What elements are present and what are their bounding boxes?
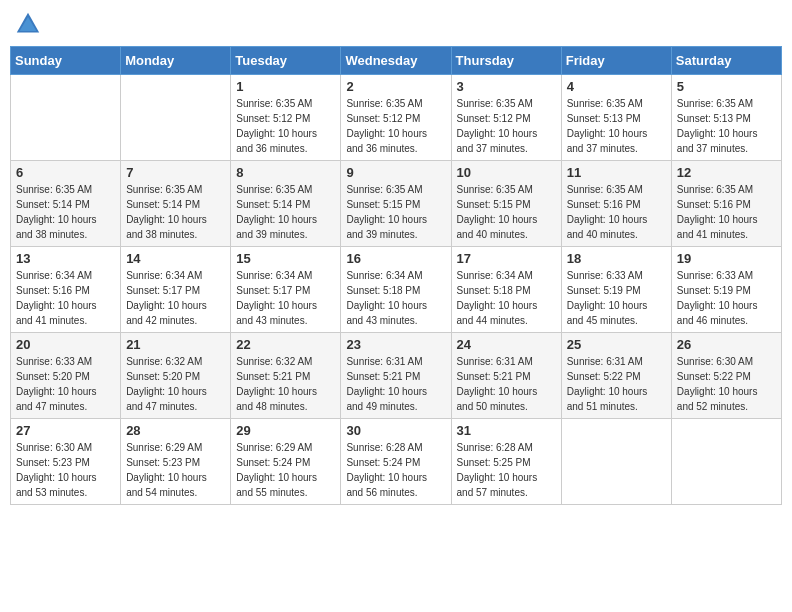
calendar-cell: 12Sunrise: 6:35 AMSunset: 5:16 PMDayligh…	[671, 161, 781, 247]
calendar-cell: 1Sunrise: 6:35 AMSunset: 5:12 PMDaylight…	[231, 75, 341, 161]
day-number: 22	[236, 337, 335, 352]
day-info: Sunrise: 6:35 AMSunset: 5:13 PMDaylight:…	[677, 96, 776, 156]
calendar-cell	[561, 419, 671, 505]
day-info: Sunrise: 6:35 AMSunset: 5:16 PMDaylight:…	[567, 182, 666, 242]
day-info: Sunrise: 6:31 AMSunset: 5:21 PMDaylight:…	[346, 354, 445, 414]
calendar-cell: 22Sunrise: 6:32 AMSunset: 5:21 PMDayligh…	[231, 333, 341, 419]
day-number: 20	[16, 337, 115, 352]
calendar-cell	[11, 75, 121, 161]
day-info: Sunrise: 6:34 AMSunset: 5:18 PMDaylight:…	[346, 268, 445, 328]
calendar-table: SundayMondayTuesdayWednesdayThursdayFrid…	[10, 46, 782, 505]
calendar-cell: 15Sunrise: 6:34 AMSunset: 5:17 PMDayligh…	[231, 247, 341, 333]
day-number: 23	[346, 337, 445, 352]
day-number: 1	[236, 79, 335, 94]
calendar-week-row: 13Sunrise: 6:34 AMSunset: 5:16 PMDayligh…	[11, 247, 782, 333]
calendar-cell: 29Sunrise: 6:29 AMSunset: 5:24 PMDayligh…	[231, 419, 341, 505]
day-info: Sunrise: 6:35 AMSunset: 5:14 PMDaylight:…	[16, 182, 115, 242]
day-info: Sunrise: 6:30 AMSunset: 5:23 PMDaylight:…	[16, 440, 115, 500]
calendar-header-row: SundayMondayTuesdayWednesdayThursdayFrid…	[11, 47, 782, 75]
day-number: 17	[457, 251, 556, 266]
day-info: Sunrise: 6:31 AMSunset: 5:21 PMDaylight:…	[457, 354, 556, 414]
day-info: Sunrise: 6:34 AMSunset: 5:18 PMDaylight:…	[457, 268, 556, 328]
calendar-cell: 26Sunrise: 6:30 AMSunset: 5:22 PMDayligh…	[671, 333, 781, 419]
calendar-cell	[121, 75, 231, 161]
calendar-cell: 28Sunrise: 6:29 AMSunset: 5:23 PMDayligh…	[121, 419, 231, 505]
day-info: Sunrise: 6:33 AMSunset: 5:20 PMDaylight:…	[16, 354, 115, 414]
day-info: Sunrise: 6:35 AMSunset: 5:15 PMDaylight:…	[346, 182, 445, 242]
calendar-cell: 14Sunrise: 6:34 AMSunset: 5:17 PMDayligh…	[121, 247, 231, 333]
calendar-week-row: 6Sunrise: 6:35 AMSunset: 5:14 PMDaylight…	[11, 161, 782, 247]
calendar-cell: 5Sunrise: 6:35 AMSunset: 5:13 PMDaylight…	[671, 75, 781, 161]
day-info: Sunrise: 6:35 AMSunset: 5:16 PMDaylight:…	[677, 182, 776, 242]
weekday-header: Tuesday	[231, 47, 341, 75]
day-number: 11	[567, 165, 666, 180]
calendar-week-row: 27Sunrise: 6:30 AMSunset: 5:23 PMDayligh…	[11, 419, 782, 505]
day-number: 28	[126, 423, 225, 438]
weekday-header: Sunday	[11, 47, 121, 75]
day-info: Sunrise: 6:28 AMSunset: 5:25 PMDaylight:…	[457, 440, 556, 500]
weekday-header: Monday	[121, 47, 231, 75]
day-info: Sunrise: 6:33 AMSunset: 5:19 PMDaylight:…	[677, 268, 776, 328]
weekday-header: Wednesday	[341, 47, 451, 75]
day-number: 25	[567, 337, 666, 352]
day-number: 10	[457, 165, 556, 180]
day-info: Sunrise: 6:28 AMSunset: 5:24 PMDaylight:…	[346, 440, 445, 500]
day-number: 2	[346, 79, 445, 94]
calendar-cell: 31Sunrise: 6:28 AMSunset: 5:25 PMDayligh…	[451, 419, 561, 505]
calendar-cell: 24Sunrise: 6:31 AMSunset: 5:21 PMDayligh…	[451, 333, 561, 419]
day-info: Sunrise: 6:34 AMSunset: 5:16 PMDaylight:…	[16, 268, 115, 328]
day-number: 12	[677, 165, 776, 180]
day-info: Sunrise: 6:35 AMSunset: 5:14 PMDaylight:…	[126, 182, 225, 242]
day-number: 16	[346, 251, 445, 266]
day-info: Sunrise: 6:29 AMSunset: 5:24 PMDaylight:…	[236, 440, 335, 500]
day-number: 24	[457, 337, 556, 352]
calendar-cell: 25Sunrise: 6:31 AMSunset: 5:22 PMDayligh…	[561, 333, 671, 419]
day-number: 13	[16, 251, 115, 266]
calendar-week-row: 1Sunrise: 6:35 AMSunset: 5:12 PMDaylight…	[11, 75, 782, 161]
calendar-cell: 16Sunrise: 6:34 AMSunset: 5:18 PMDayligh…	[341, 247, 451, 333]
day-info: Sunrise: 6:35 AMSunset: 5:12 PMDaylight:…	[236, 96, 335, 156]
calendar-cell: 13Sunrise: 6:34 AMSunset: 5:16 PMDayligh…	[11, 247, 121, 333]
calendar-cell: 6Sunrise: 6:35 AMSunset: 5:14 PMDaylight…	[11, 161, 121, 247]
day-number: 5	[677, 79, 776, 94]
day-info: Sunrise: 6:34 AMSunset: 5:17 PMDaylight:…	[126, 268, 225, 328]
day-number: 29	[236, 423, 335, 438]
calendar-week-row: 20Sunrise: 6:33 AMSunset: 5:20 PMDayligh…	[11, 333, 782, 419]
calendar-cell: 20Sunrise: 6:33 AMSunset: 5:20 PMDayligh…	[11, 333, 121, 419]
calendar-cell: 11Sunrise: 6:35 AMSunset: 5:16 PMDayligh…	[561, 161, 671, 247]
day-info: Sunrise: 6:35 AMSunset: 5:13 PMDaylight:…	[567, 96, 666, 156]
day-number: 8	[236, 165, 335, 180]
day-info: Sunrise: 6:35 AMSunset: 5:15 PMDaylight:…	[457, 182, 556, 242]
page-header	[10, 10, 782, 38]
calendar-cell: 3Sunrise: 6:35 AMSunset: 5:12 PMDaylight…	[451, 75, 561, 161]
calendar-cell: 10Sunrise: 6:35 AMSunset: 5:15 PMDayligh…	[451, 161, 561, 247]
logo-icon	[14, 10, 42, 38]
day-info: Sunrise: 6:35 AMSunset: 5:12 PMDaylight:…	[457, 96, 556, 156]
day-number: 26	[677, 337, 776, 352]
calendar-cell: 18Sunrise: 6:33 AMSunset: 5:19 PMDayligh…	[561, 247, 671, 333]
day-number: 27	[16, 423, 115, 438]
day-number: 31	[457, 423, 556, 438]
calendar-cell	[671, 419, 781, 505]
day-info: Sunrise: 6:31 AMSunset: 5:22 PMDaylight:…	[567, 354, 666, 414]
day-info: Sunrise: 6:32 AMSunset: 5:21 PMDaylight:…	[236, 354, 335, 414]
day-number: 9	[346, 165, 445, 180]
calendar-cell: 23Sunrise: 6:31 AMSunset: 5:21 PMDayligh…	[341, 333, 451, 419]
calendar-cell: 7Sunrise: 6:35 AMSunset: 5:14 PMDaylight…	[121, 161, 231, 247]
calendar-cell: 4Sunrise: 6:35 AMSunset: 5:13 PMDaylight…	[561, 75, 671, 161]
calendar-cell: 19Sunrise: 6:33 AMSunset: 5:19 PMDayligh…	[671, 247, 781, 333]
calendar-cell: 2Sunrise: 6:35 AMSunset: 5:12 PMDaylight…	[341, 75, 451, 161]
weekday-header: Friday	[561, 47, 671, 75]
day-number: 15	[236, 251, 335, 266]
day-number: 30	[346, 423, 445, 438]
calendar-cell: 9Sunrise: 6:35 AMSunset: 5:15 PMDaylight…	[341, 161, 451, 247]
calendar-cell: 17Sunrise: 6:34 AMSunset: 5:18 PMDayligh…	[451, 247, 561, 333]
calendar-cell: 27Sunrise: 6:30 AMSunset: 5:23 PMDayligh…	[11, 419, 121, 505]
day-info: Sunrise: 6:35 AMSunset: 5:14 PMDaylight:…	[236, 182, 335, 242]
weekday-header: Saturday	[671, 47, 781, 75]
day-number: 18	[567, 251, 666, 266]
day-info: Sunrise: 6:32 AMSunset: 5:20 PMDaylight:…	[126, 354, 225, 414]
day-info: Sunrise: 6:33 AMSunset: 5:19 PMDaylight:…	[567, 268, 666, 328]
weekday-header: Thursday	[451, 47, 561, 75]
day-number: 4	[567, 79, 666, 94]
